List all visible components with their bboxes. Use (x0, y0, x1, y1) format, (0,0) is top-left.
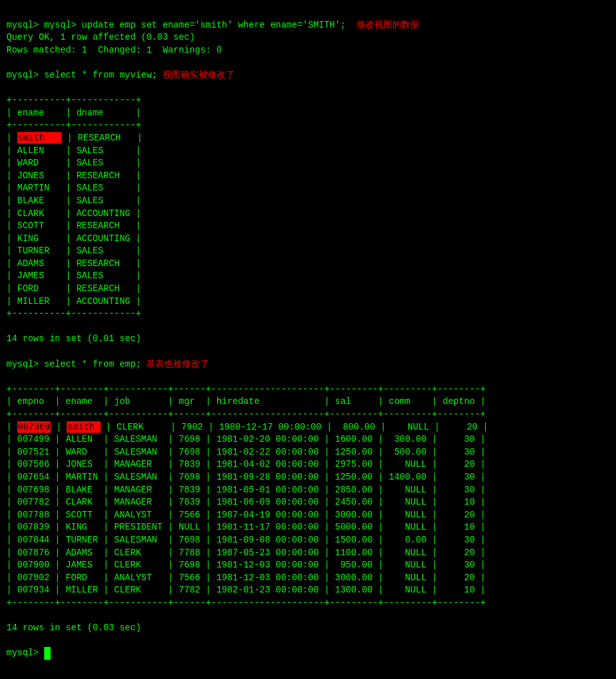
view-table-row: | JONES | RESEARCH | (6, 171, 141, 181)
view-table-row: | MARTIN | SALES | (6, 183, 141, 193)
prompt: mysql> (6, 20, 44, 30)
view-table-section: +----------+------------+ | ename | dnam… (6, 82, 610, 321)
view-sep-bottom: +----------+------------+ (6, 308, 141, 319)
emp-sep-bottom: +--------+--------+-----------+------+--… (6, 598, 486, 608)
prompt3: mysql> select * from emp; (6, 359, 146, 369)
view-table-row: | WARD | SALES | (6, 158, 141, 168)
emp-sep-top: +--------+--------+-----------+------+--… (6, 384, 486, 419)
view-table-row: | ALLEN | SALES | (6, 146, 141, 156)
rows-matched: Rows matched: 1 Changed: 1 Warnings: 0 (6, 45, 222, 55)
terminal: mysql> mysql> update emp set ename='smit… (6, 6, 610, 82)
emp-table-row: | 007369 | smith | CLERK | 7902 | 1980-1… (6, 421, 488, 433)
view-rows: | smith | RESEARCH | | ALLEN | SALES | |… (6, 132, 610, 308)
view-sep-top: +----------+------------+ | ename | dnam… (6, 95, 141, 130)
update-sql: mysql> update emp set ename='smith' wher… (44, 20, 345, 30)
comment1: 修改视图的数据 (345, 20, 419, 30)
emp-table-row: | 007521 | WARD | SALESMAN | 7698 | 1981… (6, 447, 486, 457)
emp-count-section: 14 rows in set (0.03 sec) mysql> (6, 610, 610, 660)
update-command: mysql> mysql> update emp set ename='smit… (6, 20, 419, 30)
emp-table-row: | 007934 | MILLER | CLERK | 7782 | 1982-… (6, 585, 486, 595)
emp-table-row: | 007839 | KING | PRESIDENT | NULL | 198… (6, 522, 486, 532)
emp-table-row: | 007698 | BLAKE | MANAGER | 7839 | 1981… (6, 485, 486, 495)
view-count: 14 rows in set (0.01 sec) (6, 333, 141, 344)
view-table-row: | TURNER | SALES | (6, 246, 141, 256)
view-table-row: | FORD | RESEARCH | (6, 283, 141, 294)
emp-table-row: | 007788 | SCOTT | ANALYST | 7566 | 1987… (6, 510, 486, 520)
comment2: 视图确实被修改了 (163, 70, 235, 80)
view-count-line: 14 rows in set (0.01 sec) mysql> select … (6, 321, 610, 371)
prompt2: mysql> select * from myview; (6, 70, 163, 80)
final-prompt-line: mysql> (6, 648, 51, 658)
view-table-row: | JAMES | SALES | (6, 271, 141, 281)
view-table-row: | ADAMS | RESEARCH | (6, 258, 141, 269)
view-table-row: | CLARK | ACCOUNTING | (6, 208, 141, 219)
select-emp-line: mysql> select * from emp; 基表也被修改了 (6, 359, 209, 369)
view-table-row: | BLAKE | SALES | (6, 196, 141, 206)
view-table-row: | KING | ACCOUNTING | (6, 233, 141, 244)
view-table-row: | SCOTT | RESEARCH | (6, 221, 141, 231)
emp-table-row: | 007782 | CLARK | MANAGER | 7839 | 1981… (6, 497, 486, 507)
emp-table-row: | 007566 | JONES | MANAGER | 7839 | 1981… (6, 459, 486, 469)
emp-table-section: +--------+--------+-----------+------+--… (6, 371, 610, 609)
view-table-row: | smith | RESEARCH | (6, 132, 142, 144)
emp-table-row: | 007654 | MARTIN | SALESMAN | 7698 | 19… (6, 472, 486, 482)
emp-count: 14 rows in set (0.03 sec) (6, 623, 141, 633)
emp-table-row: | 007900 | JAMES | CLERK | 7698 | 1981-1… (6, 560, 486, 570)
emp-table-row: | 007876 | ADAMS | CLERK | 7788 | 1987-0… (6, 548, 486, 558)
view-table-row: | MILLER | ACCOUNTING | (6, 296, 141, 306)
emp-table-row: | 007499 | ALLEN | SALESMAN | 7698 | 198… (6, 434, 486, 444)
emp-rows: | 007369 | smith | CLERK | 7902 | 1980-1… (6, 421, 610, 597)
select-myview-line: mysql> select * from myview; 视图确实被修改了 (6, 70, 235, 80)
comment3: 基表也被修改了 (146, 359, 209, 369)
query-ok: Query OK, 1 row affected (0.03 sec) (6, 32, 195, 42)
emp-table-row: | 007844 | TURNER | SALESMAN | 7698 | 19… (6, 535, 486, 545)
emp-table-row: | 007902 | FORD | ANALYST | 7566 | 1981-… (6, 573, 486, 583)
